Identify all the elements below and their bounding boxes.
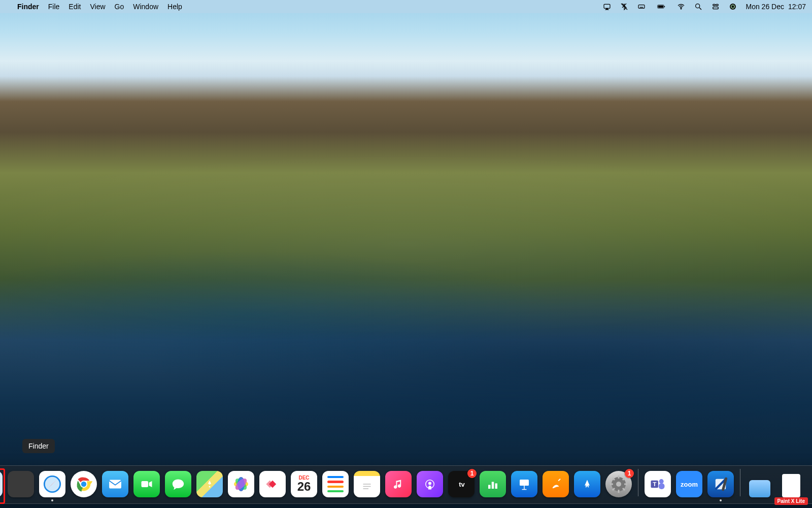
svg-point-21	[81, 481, 87, 487]
menu-go[interactable]: Go	[115, 3, 124, 11]
dock-item-teams[interactable]: T	[644, 471, 672, 501]
svg-rect-10	[716, 4, 719, 6]
badge: 1	[467, 469, 477, 478]
svg-point-44	[616, 482, 621, 487]
control-center-icon[interactable]	[711, 2, 720, 11]
svg-line-52	[613, 488, 615, 490]
numbers-icon	[480, 471, 506, 497]
svg-line-8	[699, 8, 701, 10]
menu-bar: Finder File Edit View Go Window Help Mon…	[0, 0, 812, 13]
siri-icon[interactable]	[728, 2, 737, 11]
dock-item-facetime[interactable]	[132, 471, 161, 501]
music-icon	[385, 471, 412, 497]
dock-item-xcode[interactable]	[706, 471, 735, 501]
dock-item-numbers[interactable]	[479, 471, 507, 501]
dock-item-keynote[interactable]	[510, 471, 538, 501]
dock-separator	[638, 469, 638, 496]
dock-item-settings[interactable]: 1	[604, 471, 633, 501]
badge: 1	[625, 469, 634, 478]
dock-item-tv[interactable]: tv1	[447, 471, 476, 501]
clock-time: 12:07	[788, 3, 806, 11]
wifi-icon[interactable]	[676, 2, 686, 11]
mail-icon	[102, 471, 128, 497]
svg-rect-38	[495, 484, 498, 489]
finder-icon	[0, 471, 3, 497]
dock-item-finder[interactable]	[0, 471, 4, 501]
menu-window[interactable]: Window	[133, 3, 158, 11]
menu-view[interactable]: View	[90, 3, 105, 11]
appstore-icon	[574, 471, 600, 497]
dock-item-anydesk[interactable]	[258, 471, 287, 501]
svg-rect-56	[659, 483, 665, 489]
svg-rect-9	[713, 4, 716, 6]
dock-item-podcasts[interactable]	[416, 471, 444, 501]
pages-icon	[543, 471, 569, 497]
running-indicator	[720, 499, 722, 501]
clock-date: Mon 26 Dec	[746, 3, 784, 11]
zoom-icon: zoom	[676, 471, 702, 497]
dock-item-safari[interactable]	[38, 471, 66, 501]
dock-item-mail[interactable]	[101, 471, 129, 501]
dock-item-trash[interactable]	[808, 472, 812, 501]
svg-rect-37	[492, 482, 494, 489]
facetime-icon	[133, 471, 160, 497]
maps-icon	[196, 471, 223, 497]
dock-item-maps[interactable]	[195, 471, 224, 501]
svg-rect-5	[664, 6, 665, 7]
app-menu[interactable]: Finder	[17, 3, 39, 11]
dock-item-launchpad[interactable]	[7, 471, 35, 501]
svg-line-42	[558, 479, 560, 481]
dock-item-messages[interactable]	[164, 471, 192, 501]
dock-item-calendar[interactable]: DEC26	[290, 471, 318, 501]
pages-document-icon	[782, 474, 800, 497]
running-indicator	[51, 499, 53, 501]
menu-bar-clock[interactable]: Mon 26 Dec 12:07	[746, 3, 806, 11]
svg-point-55	[659, 479, 664, 484]
watermark: Paint X Lite	[774, 497, 808, 505]
xcode-icon	[707, 471, 734, 497]
calendar-day-label: 26	[297, 481, 311, 493]
launchpad-icon	[8, 471, 34, 497]
dock-item-zoom[interactable]: zoom	[675, 471, 703, 501]
svg-rect-39	[520, 480, 529, 486]
svg-point-24	[209, 486, 211, 488]
settings-icon: 1	[605, 471, 632, 497]
dock-item-reminders[interactable]	[321, 471, 350, 501]
dock-item-photos[interactable]	[227, 471, 255, 501]
dock-item-appstore[interactable]	[573, 471, 601, 501]
dock: DEC26tv11Tzoom	[0, 465, 812, 504]
tv-icon: tv1	[448, 471, 475, 497]
chrome-icon	[71, 471, 97, 497]
svg-rect-4	[658, 6, 664, 8]
downloads-folder-icon	[749, 480, 770, 497]
dock-item-chrome[interactable]	[70, 471, 98, 501]
dock-item-music[interactable]	[384, 471, 413, 501]
desktop-wallpaper[interactable]	[0, 0, 812, 508]
dock-item-notes[interactable]	[353, 471, 381, 501]
dock-separator	[740, 469, 740, 496]
bluetooth-off-icon[interactable]	[620, 2, 629, 11]
svg-rect-2	[638, 5, 645, 9]
anydesk-icon	[259, 471, 286, 497]
safari-icon	[39, 471, 65, 497]
keynote-icon	[511, 471, 537, 497]
dock-item-pages[interactable]	[542, 471, 570, 501]
menu-help[interactable]: Help	[167, 3, 182, 11]
menu-file[interactable]: File	[48, 3, 60, 11]
calendar-icon: DEC26	[291, 471, 317, 497]
svg-line-49	[613, 478, 615, 480]
svg-rect-36	[488, 485, 491, 489]
menu-edit[interactable]: Edit	[69, 3, 81, 11]
screen-mirroring-icon[interactable]	[602, 2, 612, 11]
dock-tooltip: Finder	[22, 439, 55, 453]
svg-point-12	[730, 4, 736, 10]
battery-icon[interactable]	[654, 2, 668, 11]
dock-item-downloads-folder[interactable]	[746, 475, 774, 501]
svg-line-51	[623, 478, 625, 480]
messages-icon	[165, 471, 191, 497]
photos-icon	[228, 471, 254, 497]
svg-rect-22	[109, 480, 121, 489]
svg-text:T: T	[653, 481, 657, 487]
spotlight-icon[interactable]	[694, 2, 703, 11]
keyboard-input-icon[interactable]	[637, 2, 646, 11]
